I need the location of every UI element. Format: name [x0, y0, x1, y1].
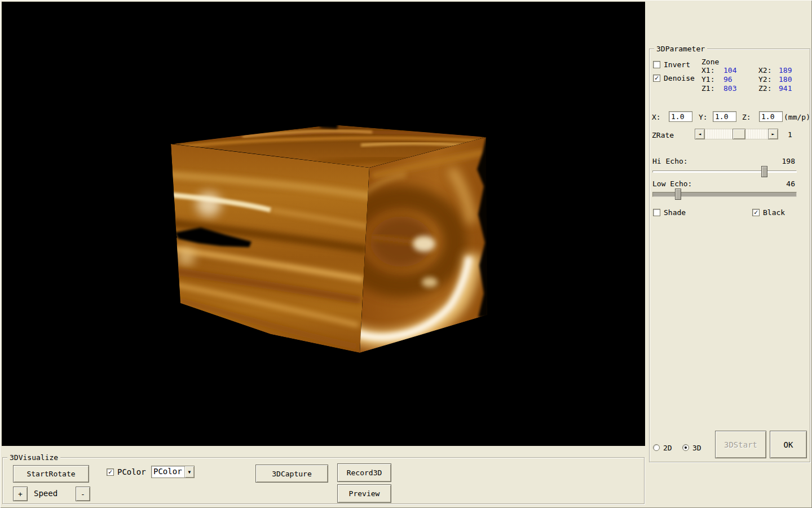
scale-x-input[interactable] — [669, 111, 692, 122]
scale-unit-label: (mm/p) — [784, 113, 810, 121]
low-echo-thumb[interactable] — [675, 189, 681, 200]
mode-2d-label: 2D — [663, 444, 672, 452]
dropdown-arrow-icon[interactable]: ▼ — [184, 466, 194, 478]
hi-echo-value: 198 — [773, 157, 795, 165]
zone-x1-value: 104 — [723, 66, 736, 75]
check-icon: ✓ — [655, 75, 659, 81]
pcolor-dropdown-value: PColor — [152, 466, 184, 478]
check-icon: ✓ — [754, 209, 758, 216]
black-label: Black — [763, 208, 785, 217]
record3d-button[interactable]: Record3D — [337, 463, 391, 482]
speed-plus-button[interactable]: + — [13, 487, 28, 501]
render-viewport[interactable] — [2, 2, 645, 446]
zone-x2-label: X2: — [758, 66, 771, 75]
zone-y1-value: 96 — [723, 75, 732, 84]
hi-echo-thumb[interactable] — [761, 166, 767, 177]
zone-z1-label: Z1: — [701, 84, 714, 93]
zrate-scroll-right-button[interactable]: ► — [768, 129, 778, 139]
mode-3d-label: 3D — [692, 444, 701, 452]
mode-2d-radio[interactable] — [653, 444, 660, 451]
pcolor-dropdown[interactable]: PColor ▼ — [151, 466, 195, 478]
zrate-value: 1 — [788, 130, 792, 139]
arrow-left-icon: ◄ — [699, 132, 701, 137]
zone-y2-label: Y2: — [758, 75, 771, 84]
zrate-label: ZRate — [652, 131, 674, 139]
radio-dot-icon — [685, 446, 687, 449]
low-echo-value: 46 — [773, 179, 795, 188]
low-echo-label: Low Echo: — [652, 179, 692, 188]
parameter-group-title: 3DParameter — [654, 45, 707, 53]
zone-label: Zone — [701, 58, 719, 66]
invert-label: Invert — [664, 60, 690, 69]
denoise-label: Denoise — [664, 74, 695, 82]
zone-y1-label: Y1: — [701, 75, 714, 84]
3dcapture-button[interactable]: 3DCapture — [255, 465, 328, 483]
zrate-scrollbar[interactable]: ◄ ► — [695, 129, 778, 139]
low-echo-track[interactable] — [652, 192, 797, 197]
shade-checkbox[interactable]: ✓ — [653, 209, 660, 216]
shade-label: Shade — [664, 208, 686, 217]
zone-z2-label: Z2: — [758, 84, 771, 93]
scale-x-label: X: — [652, 113, 661, 121]
speed-minus-button[interactable]: - — [76, 487, 90, 501]
pcolor-checkbox[interactable]: ✓ — [107, 468, 114, 476]
scale-z-label: Z: — [742, 113, 751, 121]
scale-z-input[interactable] — [759, 111, 783, 122]
hi-echo-label: Hi Echo: — [652, 157, 688, 165]
low-echo-slider[interactable] — [652, 188, 797, 200]
speed-label: Speed — [34, 489, 58, 498]
zone-z1-value: 803 — [723, 84, 736, 93]
black-checkbox[interactable]: ✓ — [752, 209, 760, 216]
denoise-checkbox[interactable]: ✓ — [653, 75, 660, 82]
check-icon: ✓ — [108, 469, 112, 475]
ok-button[interactable]: OK — [770, 431, 807, 458]
zone-z2-value: 941 — [779, 84, 792, 93]
pcolor-label: PColor — [117, 468, 146, 476]
zrate-scroll-thumb[interactable] — [732, 129, 745, 139]
visualize-group-title: 3DVisualize — [7, 453, 60, 462]
3dstart-button[interactable]: 3DStart — [715, 431, 766, 458]
scale-y-label: Y: — [699, 113, 708, 121]
preview-button[interactable]: Preview — [337, 484, 391, 503]
zone-y2-value: 180 — [779, 75, 792, 84]
start-rotate-button[interactable]: StartRotate — [13, 465, 89, 483]
visualize-group: 3DVisualize StartRotate ✓ PColor PColor … — [2, 457, 645, 504]
zone-x1-label: X1: — [701, 66, 714, 75]
zrate-scroll-left-button[interactable]: ◄ — [695, 129, 705, 139]
mode-3d-radio[interactable] — [682, 444, 689, 451]
parameter-group: 3DParameter ✓ Invert ✓ Denoise Zone X1: … — [649, 49, 810, 462]
zone-x2-value: 189 — [779, 66, 792, 75]
app-window: 3DParameter ✓ Invert ✓ Denoise Zone X1: … — [0, 0, 812, 508]
arrow-right-icon: ► — [772, 132, 775, 137]
invert-checkbox[interactable]: ✓ — [653, 61, 660, 68]
scale-y-input[interactable] — [713, 111, 736, 122]
hi-echo-slider[interactable] — [652, 165, 797, 178]
ultrasound-volume-render — [2, 2, 645, 446]
hi-echo-track[interactable] — [652, 170, 797, 173]
zrate-scroll-track[interactable] — [705, 129, 768, 139]
